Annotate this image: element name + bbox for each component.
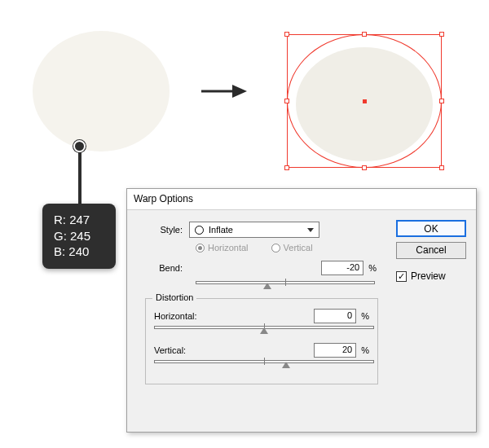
axis-horizontal-radio[interactable]: Horizontal	[196, 243, 249, 253]
handle-tr[interactable]	[439, 32, 444, 37]
pct-label: %	[361, 311, 369, 321]
dist-h-slider[interactable]	[154, 325, 374, 335]
style-value: Inflate	[209, 225, 302, 235]
checkbox-icon: ✓	[396, 271, 407, 282]
slider-center-tick	[264, 358, 265, 365]
dialog-title: Warp Options	[127, 189, 476, 210]
cancel-button[interactable]: Cancel	[396, 242, 466, 259]
slider-thumb[interactable]	[260, 327, 268, 334]
bend-slider[interactable]	[196, 280, 375, 290]
color-g: G: 245	[54, 228, 116, 244]
arrow-icon	[200, 81, 249, 101]
warp-options-dialog: Warp Options Style: Inflate Horizontal V…	[126, 188, 477, 433]
dist-v-input[interactable]: 20	[314, 343, 356, 358]
handle-ml[interactable]	[284, 99, 289, 103]
bend-label: Bend:	[139, 263, 189, 273]
radio-icon	[271, 244, 280, 253]
handle-tl[interactable]	[284, 32, 289, 37]
distortion-group: Distortion Horizontal: 0 % Vertical: 20 …	[145, 298, 378, 384]
color-b: B: 240	[54, 244, 116, 260]
handle-mr[interactable]	[439, 99, 444, 103]
dist-v-slider[interactable]	[154, 359, 374, 369]
chevron-down-icon	[307, 228, 314, 232]
dist-h-input[interactable]: 0	[314, 309, 356, 323]
svg-marker-1	[232, 85, 247, 98]
pct-label: %	[368, 263, 377, 273]
color-readout: R: 247 G: 245 B: 240	[42, 204, 116, 269]
preview-label: Preview	[411, 270, 446, 282]
ok-button[interactable]: OK	[396, 220, 466, 237]
axis-vertical-radio[interactable]: Vertical	[271, 243, 313, 253]
dist-h-label: Horizontal:	[154, 311, 203, 321]
center-point[interactable]	[363, 99, 367, 103]
handle-bl[interactable]	[284, 165, 289, 170]
probe-stem	[78, 145, 82, 207]
slider-center-tick	[285, 279, 286, 286]
result-shape	[281, 29, 444, 171]
slider-thumb[interactable]	[282, 362, 290, 368]
probe-tip	[73, 140, 86, 152]
preview-checkbox[interactable]: ✓ Preview	[396, 270, 466, 282]
distortion-legend: Distortion	[152, 292, 196, 302]
slider-thumb[interactable]	[263, 283, 271, 289]
style-select[interactable]: Inflate	[189, 222, 319, 238]
style-label: Style:	[139, 225, 189, 235]
pct-label: %	[361, 345, 369, 355]
source-ellipse	[33, 31, 170, 152]
color-r: R: 247	[54, 212, 116, 228]
radio-icon	[196, 244, 205, 253]
handle-bm[interactable]	[362, 165, 367, 170]
inflate-icon	[195, 226, 204, 235]
dist-v-label: Vertical:	[154, 345, 203, 355]
handle-br[interactable]	[439, 165, 444, 170]
handle-tm[interactable]	[362, 32, 367, 37]
bend-input[interactable]: -20	[321, 261, 363, 275]
